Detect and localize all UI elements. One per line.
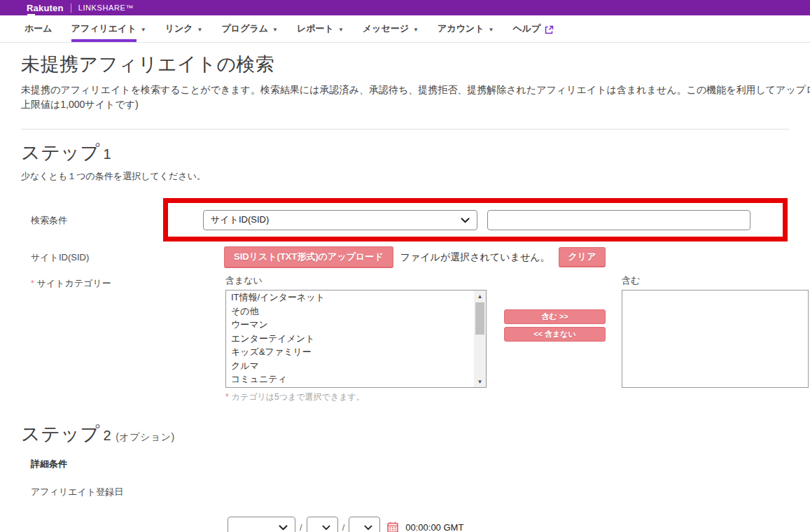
from-month-select[interactable] [307, 517, 338, 532]
detail-conditions-label: 詳細条件 [31, 458, 810, 470]
category-option[interactable]: ショッピング [226, 386, 474, 388]
category-option[interactable]: ウーマン [226, 318, 474, 332]
category-option[interactable]: コミュニティ [226, 372, 474, 386]
step2-heading-text: ステップ [21, 424, 100, 444]
category-exclude-listbox[interactable]: IT情報/インターネット その他 ウーマン エンターテイメント キッズ&ファミリ… [225, 290, 487, 388]
from-day-select[interactable] [349, 517, 380, 532]
rakuten-logo[interactable]: Rakuten [27, 3, 64, 13]
nav-item-account[interactable]: アカウント ▼ [438, 15, 494, 42]
chevron-down-icon [322, 522, 330, 532]
nav-item-programs[interactable]: プログラム ▼ [222, 15, 278, 42]
external-link-icon [545, 25, 554, 34]
site-category-label-text: サイトカテゴリー [37, 278, 111, 288]
chevron-down-icon [364, 522, 372, 532]
main-nav: ホーム アフィリエイト ▼ リンク ▼ プログラム ▼ レポート ▼ メッセージ… [0, 15, 810, 43]
nav-item-help-label: ヘルプ [512, 22, 540, 35]
file-status-text: ファイルが選択されていません。 [400, 251, 550, 264]
page-title: 未提携アフィリエイトの検索 [21, 52, 810, 77]
chevron-down-icon: ▼ [197, 27, 203, 33]
category-note: *カテゴリは5つまで選択できます。 [225, 391, 487, 403]
category-option[interactable]: その他 [226, 304, 474, 318]
nav-item-help[interactable]: ヘルプ [512, 15, 554, 42]
exclude-column: 含まない IT情報/インターネット その他 ウーマン エンターテイメント キッズ… [225, 274, 487, 403]
step1-section: ステップ1 少なくとも１つの条件を選択してください。 検索条件 サイトID(SI… [21, 140, 810, 403]
step1-heading: ステップ1 [21, 140, 810, 165]
nav-item-home-label: ホーム [25, 22, 53, 35]
search-type-select-value: サイトID(SID) [211, 214, 269, 226]
category-option[interactable]: クルマ [226, 359, 474, 373]
step2-section: ステップ2(オプション) 詳細条件 アフィリエイト登録日 / / 00:00:0… [21, 421, 810, 532]
category-note-text: カテゴリは5つまで選択できます。 [232, 392, 365, 402]
linkshare-wordmark: LINKSHARE™ [78, 4, 134, 12]
page-description-line2: 上限値は1,000サイトです) [21, 97, 810, 112]
scroll-down-arrow-icon[interactable]: ▼ [474, 376, 486, 387]
site-category-label: *サイトカテゴリー [21, 274, 203, 403]
required-asterisk: * [31, 279, 34, 288]
chevron-down-icon: ▼ [488, 27, 494, 33]
chevron-down-icon: ▼ [338, 27, 344, 33]
site-category-row: *サイトカテゴリー 含まない IT情報/インターネット その他 ウーマン エンタ… [21, 274, 810, 403]
step2-optional-suffix: (オプション) [116, 431, 174, 442]
nav-item-home[interactable]: ホーム [25, 15, 53, 42]
nav-item-account-label: アカウント [438, 22, 484, 35]
nav-item-affiliate-label: アフィリエイト [71, 22, 137, 35]
nav-item-links[interactable]: リンク ▼ [165, 15, 203, 42]
category-option[interactable]: IT情報/インターネット [226, 290, 474, 304]
nav-item-reports[interactable]: レポート ▼ [297, 15, 344, 42]
exclude-list-label: 含まない [225, 274, 487, 287]
chevron-down-icon: ▼ [141, 27, 146, 33]
top-header: Rakuten LINKSHARE™ [0, 0, 810, 15]
section-divider [21, 129, 789, 130]
step2-number: 2 [104, 428, 112, 443]
category-option[interactable]: キッズ&ファミリー [226, 345, 474, 359]
search-type-select[interactable]: サイトID(SID) [203, 210, 477, 230]
step1-subtitle: 少なくとも１つの条件を選択してください。 [21, 170, 810, 183]
nav-item-links-label: リンク [165, 22, 193, 35]
scrollbar-thumb[interactable] [475, 302, 484, 335]
category-move-buttons: 含む >> << 含まない [504, 309, 606, 342]
category-option[interactable]: エンターテイメント [226, 332, 474, 346]
chevron-down-icon: ▼ [413, 27, 419, 33]
nav-item-programs-label: プログラム [222, 22, 269, 35]
date-separator: / [342, 522, 345, 532]
category-include-listbox[interactable] [622, 290, 809, 388]
chevron-down-icon: ▼ [272, 27, 278, 33]
exclude-button[interactable]: << 含まない [504, 327, 606, 342]
sid-upload-row: サイトID(SID) SIDリスト(TXT形式)のアップロード ファイルが選択さ… [21, 246, 810, 268]
chevron-down-icon [279, 522, 288, 532]
from-time-text: 00:00:00 GMT [405, 522, 463, 532]
sid-label: サイトID(SID) [21, 251, 203, 264]
search-value-input[interactable] [487, 210, 750, 230]
from-year-select[interactable] [228, 517, 295, 532]
nav-item-messages[interactable]: メッセージ ▼ [363, 15, 419, 42]
nav-item-affiliate[interactable]: アフィリエイト ▼ [71, 15, 146, 42]
step1-number: 1 [104, 146, 112, 162]
calendar-icon[interactable] [387, 522, 398, 532]
brand-divider [71, 4, 71, 13]
chevron-down-icon [461, 215, 470, 225]
search-condition-row: 検索条件 サイトID(SID) [21, 200, 810, 241]
date-separator: / [300, 522, 302, 532]
sid-upload-button[interactable]: SIDリスト(TXT形式)のアップロード [224, 246, 393, 268]
nav-item-reports-label: レポート [297, 22, 334, 35]
include-list-label: 含む [622, 274, 809, 287]
include-column: 含む [622, 274, 809, 388]
clear-button[interactable]: クリア [559, 247, 606, 267]
step2-heading: ステップ2(オプション) [21, 421, 810, 447]
step1-heading-text: ステップ [21, 142, 100, 163]
required-asterisk: * [225, 392, 229, 402]
listbox-scrollbar[interactable]: ▲ ▼ [474, 290, 486, 387]
nav-item-messages-label: メッセージ [363, 22, 409, 35]
page-description-line1: 未提携のアフィリエイトを検索することができます。検索結果には承認済み、承認待ち、… [21, 83, 810, 97]
scroll-up-arrow-icon[interactable]: ▲ [474, 290, 486, 302]
highlight-box: サイトID(SID) [163, 198, 788, 241]
date-from-row: / / 00:00:00 GMT [21, 517, 810, 532]
registration-date-label: アフィリエイト登録日 [31, 486, 810, 498]
include-button[interactable]: 含む >> [504, 309, 606, 324]
page-description: 未提携のアフィリエイトを検索することができます。検索結果には承認済み、承認待ち、… [21, 83, 810, 112]
